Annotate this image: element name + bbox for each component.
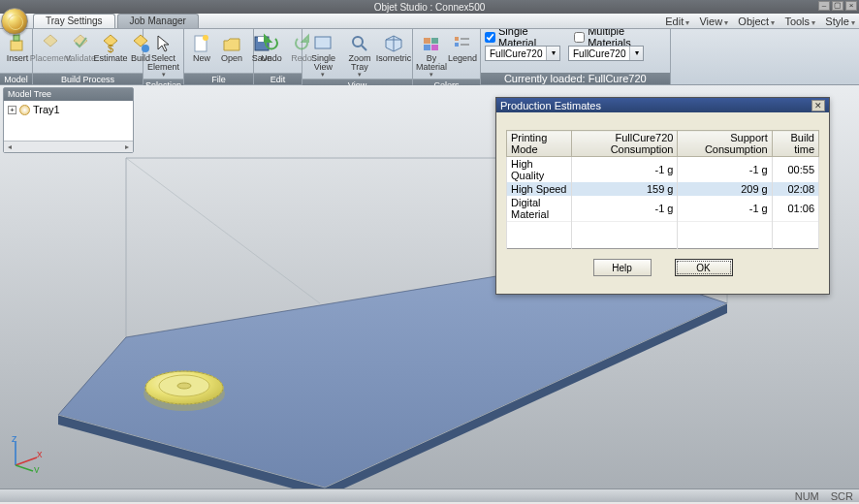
ok-button[interactable]: OK <box>675 259 733 276</box>
menu-style[interactable]: Style <box>825 16 855 27</box>
maximize-button[interactable]: ▢ <box>832 1 843 11</box>
estimates-table: Printing Mode FullCure720 Consumption Su… <box>506 130 819 249</box>
chevron-down-icon[interactable]: ▾ <box>546 47 559 60</box>
tab-job-manager[interactable]: Job Manager <box>117 14 199 28</box>
redo-button[interactable]: Redo <box>287 31 316 64</box>
table-row[interactable]: High Quality -1 g -1 g 00:55 <box>507 157 819 183</box>
validate-button[interactable]: Validate <box>66 31 95 64</box>
svg-point-9 <box>353 37 363 47</box>
tree-item-tray1[interactable]: + Tray1 <box>8 104 129 115</box>
isometric-button[interactable]: Isometric <box>378 31 409 64</box>
group-view: Single View Zoom Tray Isometric View <box>302 29 413 84</box>
svg-rect-16 <box>455 43 459 47</box>
undo-button[interactable]: Undo <box>257 31 286 64</box>
group-materials: Single Material Multiple Materials FullC… <box>481 29 671 84</box>
table-row[interactable]: Digital Material -1 g -1 g 01:06 <box>507 196 819 222</box>
svg-rect-14 <box>431 45 438 50</box>
dialog-titlebar[interactable]: Production Estimates ✕ <box>496 98 829 112</box>
validate-icon <box>70 33 91 54</box>
app-title: Objet Studio : Connex500 <box>374 2 486 13</box>
currently-loaded-caption: Currently loaded: FullCure720 <box>481 73 670 84</box>
group-build-process-caption: Build Process <box>33 73 143 84</box>
group-edit: Undo Redo Edit <box>254 29 302 84</box>
insert-button[interactable]: Insert <box>3 31 32 64</box>
by-material-button[interactable]: By Material <box>416 31 447 79</box>
group-selection: Select Element Selection <box>143 29 184 84</box>
group-file-caption: File <box>184 73 253 84</box>
svg-rect-15 <box>455 37 459 41</box>
help-button[interactable]: Help <box>593 259 652 276</box>
placement-button[interactable]: Placement <box>36 31 65 64</box>
palette-icon <box>421 33 442 54</box>
status-num: NUM <box>795 490 819 502</box>
group-edit-caption: Edit <box>254 73 302 84</box>
chevron-down-icon[interactable]: ▾ <box>629 47 643 60</box>
estimate-icon: $ <box>100 33 121 54</box>
svg-line-31 <box>16 465 33 471</box>
open-icon <box>221 33 242 54</box>
placement-icon <box>40 33 61 54</box>
svg-rect-8 <box>315 37 331 48</box>
app-orb-button[interactable] <box>1 8 28 35</box>
svg-text:y: y <box>34 463 40 473</box>
minimize-button[interactable]: – <box>818 1 830 11</box>
dialog-title: Production Estimates <box>500 100 601 111</box>
svg-rect-1 <box>14 35 19 41</box>
single-material-input[interactable] <box>485 32 495 43</box>
menu-object[interactable]: Object <box>738 16 775 27</box>
tree-item-label: Tray1 <box>33 104 60 115</box>
group-file: New Open Save File <box>184 29 254 84</box>
col-fc-consumption[interactable]: FullCure720 Consumption <box>572 131 678 157</box>
main-area: z x y Model Tree + Tray1 ◂▸ Production E… <box>0 85 859 502</box>
zoom-tray-button[interactable]: Zoom Tray <box>342 31 377 79</box>
tab-tray-settings[interactable]: Tray Settings <box>33 14 115 28</box>
col-printing-mode[interactable]: Printing Mode <box>507 131 572 157</box>
close-button[interactable]: × <box>845 1 857 11</box>
status-scr: SCR <box>831 490 853 502</box>
open-button[interactable]: Open <box>217 31 246 64</box>
col-support-consumption[interactable]: Support Consumption <box>678 131 772 157</box>
table-row[interactable]: High Speed 159 g 209 g 02:08 <box>507 182 819 196</box>
tray-icon <box>19 105 30 115</box>
redo-icon <box>291 33 312 54</box>
model-tree-title: Model Tree <box>4 88 133 101</box>
dialog-close-button[interactable]: ✕ <box>811 100 825 111</box>
menu-edit[interactable]: Edit <box>665 16 689 27</box>
menu-tools[interactable]: Tools <box>784 16 815 27</box>
menu-right: Edit View Object Tools Style <box>665 14 855 29</box>
undo-icon <box>261 33 282 54</box>
production-estimates-dialog: Production Estimates ✕ Printing Mode Ful… <box>495 97 830 295</box>
insert-icon <box>7 33 28 54</box>
menubar-strip: Tray Settings Job Manager Edit View Obje… <box>0 14 859 29</box>
svg-rect-13 <box>424 45 430 50</box>
status-bar: NUM SCR <box>0 488 859 502</box>
group-build-process: Placement Validate $ Estimate Build Buil… <box>33 29 143 84</box>
menu-view[interactable]: View <box>699 16 728 27</box>
svg-point-25 <box>177 383 191 389</box>
material-left-select[interactable]: FullCure720▾ <box>485 46 560 61</box>
ribbon: Insert Model Placement Validate $ Estima… <box>0 29 859 85</box>
select-element-button[interactable]: Select Element <box>146 31 180 79</box>
group-model: Insert Model <box>0 29 33 84</box>
legend-icon <box>452 33 473 54</box>
group-model-caption: Model <box>0 73 32 84</box>
col-build-time[interactable]: Build time <box>772 131 818 157</box>
svg-text:x: x <box>37 448 43 459</box>
material-right-select[interactable]: FullCure720▾ <box>568 46 644 61</box>
svg-rect-11 <box>424 38 430 44</box>
estimate-button[interactable]: $ Estimate <box>96 31 125 64</box>
isometric-icon <box>383 33 404 54</box>
zoom-icon <box>349 33 370 54</box>
svg-point-5 <box>203 35 208 41</box>
legend-button[interactable]: Legend <box>448 31 477 64</box>
expand-icon[interactable]: + <box>8 106 16 114</box>
new-button[interactable]: New <box>187 31 216 64</box>
ribbon-tabs: Tray Settings Job Manager <box>33 14 201 28</box>
tree-scrollbar[interactable]: ◂▸ <box>4 141 133 152</box>
new-icon <box>191 33 212 54</box>
svg-rect-0 <box>11 41 22 50</box>
axis-gizmo: z x y <box>8 434 47 473</box>
cursor-icon <box>153 33 175 54</box>
multiple-materials-input[interactable] <box>574 32 585 43</box>
svg-line-10 <box>362 46 366 50</box>
